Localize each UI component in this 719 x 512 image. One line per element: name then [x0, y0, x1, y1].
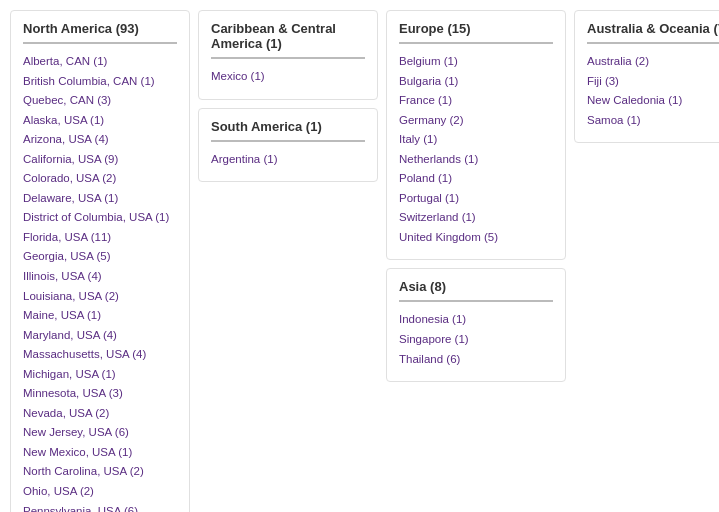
south-america-divider — [211, 140, 365, 142]
list-item[interactable]: Samoa (1) — [587, 111, 719, 131]
list-item[interactable]: Australia (2) — [587, 52, 719, 72]
south-america-title: South America (1) — [211, 119, 365, 134]
caribbean-items: Mexico (1) — [211, 67, 365, 87]
list-item[interactable]: British Columbia, CAN (1) — [23, 72, 177, 92]
europe-divider — [399, 42, 553, 44]
europe-items: Belgium (1)Bulgaria (1)France (1)Germany… — [399, 52, 553, 247]
column-1: North America (93) Alberta, CAN (1)Briti… — [10, 10, 190, 512]
list-item[interactable]: North Carolina, USA (2) — [23, 462, 177, 482]
list-item[interactable]: Alaska, USA (1) — [23, 111, 177, 131]
list-item[interactable]: Arizona, USA (4) — [23, 130, 177, 150]
europe-card: Europe (15) Belgium (1)Bulgaria (1)Franc… — [386, 10, 566, 260]
north-america-divider — [23, 42, 177, 44]
list-item[interactable]: New Mexico, USA (1) — [23, 443, 177, 463]
list-item[interactable]: Maine, USA (1) — [23, 306, 177, 326]
list-item[interactable]: Minnesota, USA (3) — [23, 384, 177, 404]
list-item[interactable]: Delaware, USA (1) — [23, 189, 177, 209]
list-item[interactable]: Florida, USA (11) — [23, 228, 177, 248]
list-item[interactable]: Switzerland (1) — [399, 208, 553, 228]
column-3: Europe (15) Belgium (1)Bulgaria (1)Franc… — [386, 10, 566, 512]
list-item[interactable]: Argentina (1) — [211, 150, 365, 170]
list-item[interactable]: Massachusetts, USA (4) — [23, 345, 177, 365]
list-item[interactable]: Louisiana, USA (2) — [23, 287, 177, 307]
list-item[interactable]: Indonesia (1) — [399, 310, 553, 330]
north-america-title: North America (93) — [23, 21, 177, 36]
list-item[interactable]: France (1) — [399, 91, 553, 111]
column-2: Caribbean & Central America (1) Mexico (… — [198, 10, 378, 512]
list-item[interactable]: Fiji (3) — [587, 72, 719, 92]
europe-title: Europe (15) — [399, 21, 553, 36]
list-item[interactable]: Michigan, USA (1) — [23, 365, 177, 385]
list-item[interactable]: California, USA (9) — [23, 150, 177, 170]
caribbean-title: Caribbean & Central America (1) — [211, 21, 365, 51]
list-item[interactable]: Ohio, USA (2) — [23, 482, 177, 502]
list-item[interactable]: Alberta, CAN (1) — [23, 52, 177, 72]
south-america-items: Argentina (1) — [211, 150, 365, 170]
list-item[interactable]: United Kingdom (5) — [399, 228, 553, 248]
asia-card: Asia (8) Indonesia (1)Singapore (1)Thail… — [386, 268, 566, 382]
asia-divider — [399, 300, 553, 302]
list-item[interactable]: Portugal (1) — [399, 189, 553, 209]
list-item[interactable]: Belgium (1) — [399, 52, 553, 72]
list-item[interactable]: Poland (1) — [399, 169, 553, 189]
list-item[interactable]: Singapore (1) — [399, 330, 553, 350]
list-item[interactable]: Mexico (1) — [211, 67, 365, 87]
list-item[interactable]: Georgia, USA (5) — [23, 247, 177, 267]
australia-title: Australia & Oceania (7) — [587, 21, 719, 36]
north-america-card: North America (93) Alberta, CAN (1)Briti… — [10, 10, 190, 512]
list-item[interactable]: Thailand (6) — [399, 350, 553, 370]
list-item[interactable]: District of Columbia, USA (1) — [23, 208, 177, 228]
list-item[interactable]: Netherlands (1) — [399, 150, 553, 170]
list-item[interactable]: Colorado, USA (2) — [23, 169, 177, 189]
page-container: North America (93) Alberta, CAN (1)Briti… — [0, 0, 719, 512]
caribbean-divider — [211, 57, 365, 59]
australia-card: Australia & Oceania (7) Australia (2)Fij… — [574, 10, 719, 143]
column-4: Australia & Oceania (7) Australia (2)Fij… — [574, 10, 719, 512]
list-item[interactable]: Illinois, USA (4) — [23, 267, 177, 287]
asia-title: Asia (8) — [399, 279, 553, 294]
list-item[interactable]: Pennsylvania, USA (6) — [23, 502, 177, 512]
list-item[interactable]: Bulgaria (1) — [399, 72, 553, 92]
list-item[interactable]: Maryland, USA (4) — [23, 326, 177, 346]
australia-divider — [587, 42, 719, 44]
list-item[interactable]: Italy (1) — [399, 130, 553, 150]
asia-items: Indonesia (1)Singapore (1)Thailand (6) — [399, 310, 553, 369]
list-item[interactable]: Nevada, USA (2) — [23, 404, 177, 424]
list-item[interactable]: New Jersey, USA (6) — [23, 423, 177, 443]
list-item[interactable]: Germany (2) — [399, 111, 553, 131]
australia-items: Australia (2)Fiji (3)New Caledonia (1)Sa… — [587, 52, 719, 130]
list-item[interactable]: Quebec, CAN (3) — [23, 91, 177, 111]
caribbean-card: Caribbean & Central America (1) Mexico (… — [198, 10, 378, 100]
list-item[interactable]: New Caledonia (1) — [587, 91, 719, 111]
north-america-items: Alberta, CAN (1)British Columbia, CAN (1… — [23, 52, 177, 512]
south-america-card: South America (1) Argentina (1) — [198, 108, 378, 183]
